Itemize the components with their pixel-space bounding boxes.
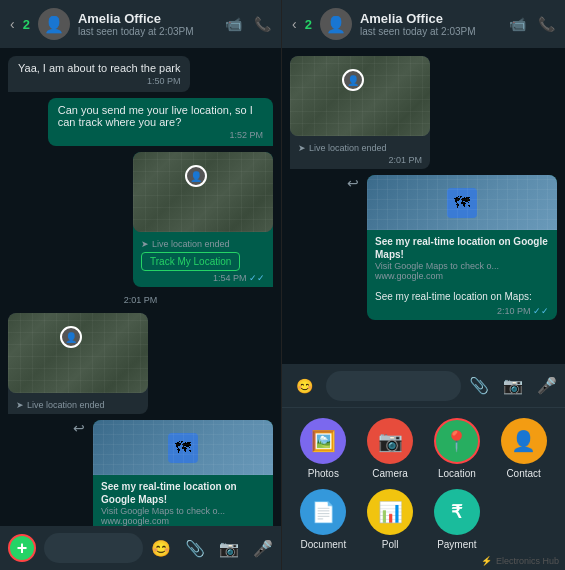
right-nav-icon: ➤ [298,143,306,153]
payment-icon-btn[interactable]: ₹ [434,489,480,535]
location-label: Location [438,468,476,479]
attach-poll[interactable]: 📊 Poll [367,489,413,550]
right-contact-name: Amelia Office [360,11,501,26]
attach-payment[interactable]: ₹ Payment [434,489,480,550]
map-tile: 👤 [133,152,273,232]
message-text: Yaa, I am about to reach the park [18,62,180,74]
sent-message: Can you send me your live location, so I… [48,98,273,146]
poll-icon-btn[interactable]: 📊 [367,489,413,535]
location-ended-label: ➤ Live location ended [141,239,265,249]
right-back-arrow-icon[interactable]: ‹ [292,16,297,32]
right-header: ‹ 2 👤 Amelia Office last seen today at 2… [282,0,565,48]
map-avatar-2: 👤 [60,326,82,348]
attachment-panel: 🖼️ Photos 📷 Camera 📍 Location 👤 Contact … [282,408,565,570]
right-link-time: 2:10 PM ✓✓ [375,306,549,316]
brand-name: Electronics Hub [496,556,559,566]
right-chat-area: 👤 ➤ Live location ended 2:01 PM ↩ � [282,48,565,364]
map-message-2: 👤 ➤ Live location ended [8,313,148,414]
received-message: Yaa, I am about to reach the park 1:50 P… [8,56,190,92]
map-message: 👤 ➤ Live location ended Track My Locatio… [133,152,273,287]
right-link-title: See my real-time location on Google Maps… [375,235,549,261]
document-icon-btn[interactable]: 📄 [300,489,346,535]
right-msg-time: 2:01 PM [298,155,422,165]
message-ticks: ✓✓ [249,273,265,283]
attach-location[interactable]: 📍 Location [434,418,480,479]
camera-icon-btn[interactable]: 📷 [367,418,413,464]
document-label: Document [301,539,347,550]
track-location-button[interactable]: Track My Location [141,252,240,271]
forward-icon: ↩ [73,420,85,436]
voice-call-icon[interactable]: 📞 [254,16,271,32]
back-arrow-icon[interactable]: ‹ [10,16,15,32]
attach-icon[interactable]: 📎 [185,539,205,558]
right-link-preview[interactable]: 🗺 See my real-time location on Google Ma… [367,175,557,320]
right-bottom-icons: 📎 📷 🎤 [469,376,557,395]
payment-label: Payment [437,539,476,550]
left-chat-area: Yaa, I am about to reach the park 1:50 P… [0,48,281,526]
message-time: 1:54 PM ✓✓ [141,273,265,283]
left-chat-panel: ‹ 2 👤 Amelia Office last seen today at 2… [0,0,282,570]
header-action-icons: 📹 📞 [225,16,271,32]
contact-name: Amelia Office [78,11,217,26]
mic-icon[interactable]: 🎤 [253,539,273,558]
message-row: Yaa, I am about to reach the park 1:50 P… [8,56,273,92]
attach-plus-button[interactable]: + [8,534,36,562]
right-avatar: 👤 [320,8,352,40]
header-info: Amelia Office last seen today at 2:03PM [78,11,217,37]
right-emoji-icon[interactable]: 😊 [290,372,318,400]
right-camera-icon[interactable]: 📷 [503,376,523,395]
brand-logo-icon: ⚡ [481,556,492,566]
message-row: ↩ 🗺 See my real-time location on Google … [8,420,273,526]
map-avatar: 👤 [185,165,207,187]
photos-label: Photos [308,468,339,479]
navigation-icon: ➤ [141,239,149,249]
map-thumbnail-2: 👤 [8,313,148,393]
left-bottom-bar: + 😊 📎 📷 🎤 [0,526,281,570]
contact-icon-btn[interactable]: 👤 [501,418,547,464]
footer-brand: ⚡ Electronics Hub [481,556,559,566]
avatar: 👤 [38,8,70,40]
video-call-icon[interactable]: 📹 [225,16,242,32]
attach-document[interactable]: 📄 Document [300,489,346,550]
attach-photos[interactable]: 🖼️ Photos [300,418,346,479]
right-link-url: Visit Google Maps to check o... www.goog… [375,261,549,281]
right-mic-icon[interactable]: 🎤 [537,376,557,395]
poll-label: Poll [382,539,399,550]
right-map-thumbnail: 👤 [290,56,430,136]
attach-contact[interactable]: 👤 Contact [501,418,547,479]
right-back-count: 2 [305,17,312,32]
right-location-ended: ➤ Live location ended [298,143,422,153]
message-time: 1:52 PM [58,130,263,140]
right-header-action-icons: 📹 📞 [509,16,555,32]
camera-icon[interactable]: 📷 [219,539,239,558]
message-input[interactable] [44,533,143,563]
message-text: Can you send me your live location, so I… [58,104,253,128]
right-link-content: See my real-time location on Google Maps… [367,230,557,286]
right-attach-icon[interactable]: 📎 [469,376,489,395]
link-preview-map: 🗺 [93,420,273,475]
message-row: Can you send me your live location, so I… [8,98,273,146]
message-row: 👤 ➤ Live location ended [8,313,273,414]
maps-icon: 🗺 [168,433,198,463]
right-forward-icon: ↩ [347,175,359,191]
right-voice-call-icon[interactable]: 📞 [538,16,555,32]
link-title: See my real-time location on Google Maps… [101,480,265,506]
location-icon-btn[interactable]: 📍 [434,418,480,464]
map-thumbnail: 👤 [133,152,273,232]
message-time: 1:50 PM [18,76,180,86]
attachment-row-1: 🖼️ Photos 📷 Camera 📍 Location 👤 Contact [290,418,557,479]
photos-icon-btn[interactable]: 🖼️ [300,418,346,464]
emoji-icon[interactable]: 😊 [151,539,171,558]
right-video-call-icon[interactable]: 📹 [509,16,526,32]
contact-label: Contact [506,468,540,479]
attach-camera[interactable]: 📷 Camera [367,418,413,479]
back-count: 2 [23,17,30,32]
link-preview-bubble[interactable]: 🗺 See my real-time location on Google Ma… [93,420,273,526]
right-header-info: Amelia Office last seen today at 2:03PM [360,11,501,37]
navigation-icon-2: ➤ [16,400,24,410]
left-header: ‹ 2 👤 Amelia Office last seen today at 2… [0,0,281,48]
right-link-body: See my real-time location on Maps: [375,291,532,302]
right-message-input[interactable] [326,371,461,401]
right-map-tile: 👤 [290,56,430,136]
right-maps-icon: 🗺 [447,188,477,218]
